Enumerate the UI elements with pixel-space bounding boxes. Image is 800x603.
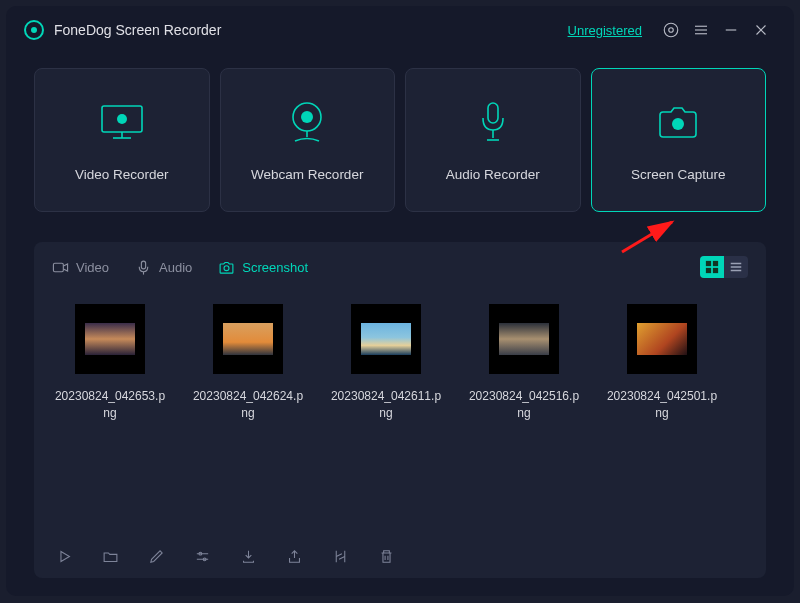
file-name: 20230824_042611.png [330, 388, 442, 422]
mode-selector: Video Recorder Webcam Recorder Audio Rec… [6, 50, 794, 222]
sliders-button[interactable] [192, 546, 212, 566]
library-grid: 20230824_042653.png 20230824_042624.png … [34, 288, 766, 430]
svg-point-0 [669, 28, 674, 33]
svg-rect-20 [141, 261, 145, 269]
view-toggle [700, 256, 748, 278]
svg-point-18 [672, 118, 684, 130]
monitor-icon [99, 99, 145, 145]
app-title: FoneDog Screen Recorder [54, 22, 221, 38]
library-panel: Video Audio Screenshot [34, 242, 766, 578]
file-name: 20230824_042653.png [54, 388, 166, 422]
close-icon[interactable] [752, 21, 770, 39]
mode-label: Webcam Recorder [251, 167, 363, 182]
tab-audio[interactable]: Audio [135, 259, 192, 276]
microphone-icon [135, 259, 152, 276]
edit-button[interactable] [146, 546, 166, 566]
tab-label: Audio [159, 260, 192, 275]
view-list-button[interactable] [724, 256, 748, 278]
file-name: 20230824_042501.png [606, 388, 718, 422]
app-window: FoneDog Screen Recorder Unregistered Vid… [6, 6, 794, 596]
share-button[interactable] [284, 546, 304, 566]
thumbnail [627, 304, 697, 374]
mode-video-recorder[interactable]: Video Recorder [34, 68, 210, 212]
camera-icon [656, 99, 700, 145]
camera-icon [218, 259, 235, 276]
library-toolbar [34, 534, 766, 578]
mode-webcam-recorder[interactable]: Webcam Recorder [220, 68, 396, 212]
svg-point-1 [664, 23, 678, 37]
titlebar: FoneDog Screen Recorder Unregistered [6, 6, 794, 50]
svg-rect-24 [713, 261, 718, 266]
settings-icon[interactable] [662, 21, 680, 39]
tab-label: Video [76, 260, 109, 275]
thumbnail [213, 304, 283, 374]
svg-point-22 [224, 265, 229, 270]
svg-rect-23 [706, 261, 711, 266]
mode-label: Audio Recorder [446, 167, 540, 182]
svg-rect-26 [713, 268, 718, 273]
list-item[interactable]: 20230824_042624.png [192, 304, 304, 422]
svg-point-11 [117, 114, 127, 124]
mode-label: Video Recorder [75, 167, 169, 182]
list-item[interactable]: 20230824_042516.png [468, 304, 580, 422]
file-name: 20230824_042624.png [192, 388, 304, 422]
thumbnail [489, 304, 559, 374]
thumbnail [75, 304, 145, 374]
tab-video[interactable]: Video [52, 259, 109, 276]
play-button[interactable] [54, 546, 74, 566]
minimize-icon[interactable] [722, 21, 740, 39]
webcam-icon [287, 99, 327, 145]
list-item[interactable]: 20230824_042501.png [606, 304, 718, 422]
tab-screenshot[interactable]: Screenshot [218, 259, 308, 276]
menu-icon[interactable] [692, 21, 710, 39]
svg-rect-15 [488, 103, 498, 123]
list-item[interactable]: 20230824_042611.png [330, 304, 442, 422]
svg-point-13 [301, 111, 313, 123]
view-grid-button[interactable] [700, 256, 724, 278]
registration-status-link[interactable]: Unregistered [568, 23, 642, 38]
thumbnail [351, 304, 421, 374]
video-icon [52, 259, 69, 276]
svg-rect-25 [706, 268, 711, 273]
microphone-icon [478, 99, 508, 145]
mode-label: Screen Capture [631, 167, 726, 182]
mode-screen-capture[interactable]: Screen Capture [591, 68, 767, 212]
library-tabs: Video Audio Screenshot [34, 242, 766, 288]
svg-rect-19 [53, 263, 63, 272]
app-logo [24, 20, 44, 40]
delete-button[interactable] [376, 546, 396, 566]
folder-button[interactable] [100, 546, 120, 566]
file-name: 20230824_042516.png [468, 388, 580, 422]
mode-audio-recorder[interactable]: Audio Recorder [405, 68, 581, 212]
convert-button[interactable] [330, 546, 350, 566]
download-button[interactable] [238, 546, 258, 566]
list-item[interactable]: 20230824_042653.png [54, 304, 166, 422]
tab-label: Screenshot [242, 260, 308, 275]
